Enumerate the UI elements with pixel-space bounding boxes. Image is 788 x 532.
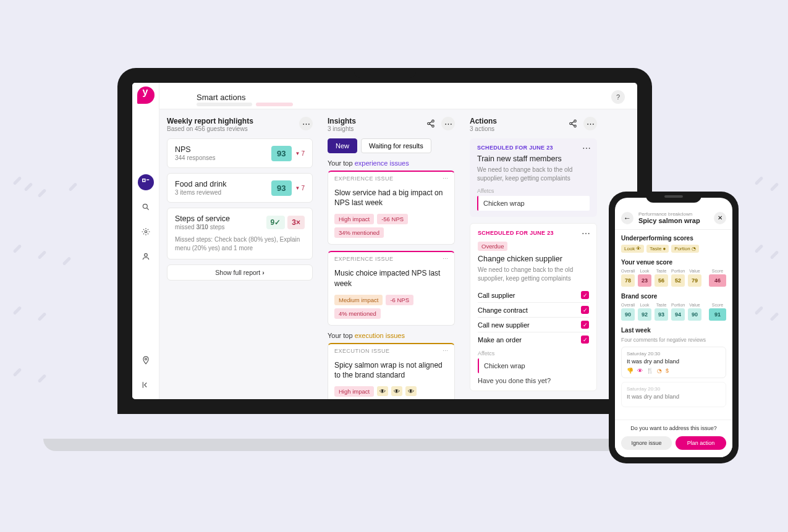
svg-point-4 (145, 358, 146, 360)
score-total: 91 (709, 308, 726, 321)
insights-column: Insights 3 insights ⋯ New (320, 109, 462, 399)
score-labels: OverallLookTastePortionValue Score (621, 303, 726, 307)
score-portion: 94 (671, 308, 685, 321)
brand-score-title: Brand score (621, 293, 726, 300)
svg-point-9 (570, 122, 572, 125)
more-icon[interactable]: ⋯ (582, 229, 590, 239)
pie-icon: ◔ (657, 368, 662, 374)
insights-title: Insights (328, 117, 356, 125)
action-card[interactable]: ⋯ SCHEDULED FOR JUNE 23 Overdue Change c… (470, 223, 597, 391)
insight-card[interactable]: EXECUTION ISSUE ⋯ Spicy salmon wrap is n… (328, 343, 455, 399)
score-value: 90 (688, 308, 701, 321)
more-button[interactable]: ⋯ (583, 117, 597, 130)
score-taste: 93 (655, 308, 668, 321)
food-card[interactable]: Food and drink 3 items reviewed 93 7 (167, 173, 313, 203)
svg-point-10 (574, 125, 577, 127)
help-button[interactable]: ? (611, 90, 625, 104)
review-time: Saturday 20:30 (627, 386, 721, 392)
nav-tasks[interactable] (138, 174, 154, 190)
laptop-frame: Smart actions ? Weekly report highlights (117, 68, 652, 433)
svg-point-1 (143, 204, 147, 208)
checkbox-icon[interactable]: ✓ (581, 306, 589, 314)
food-title: Food and drink (175, 180, 226, 188)
affects-value: Chicken wrap (478, 358, 589, 373)
actions-subtitle: 3 actions (470, 125, 497, 132)
food-delta: 7 (295, 185, 305, 192)
steps-title: Steps of service (175, 214, 230, 223)
back-button[interactable]: ← (621, 212, 633, 224)
nav-location[interactable] (138, 352, 154, 368)
action-title: Change chicken supplier (478, 255, 589, 263)
insight-text: Spicy salmon wrap is not aligned to the … (328, 358, 454, 386)
nps-chip: -6 NPS (386, 295, 413, 305)
last-week-sub: Four comments for negative reviews (621, 337, 726, 343)
score-overall: 90 (621, 308, 635, 321)
sidebar (132, 83, 159, 399)
food-sub: 3 items reviewed (175, 189, 226, 196)
nav-search[interactable] (138, 199, 154, 215)
show-full-report-button[interactable]: Show full report (167, 264, 313, 281)
score-overall: 78 (621, 274, 635, 287)
weekly-title: Weekly report highlights (167, 117, 253, 125)
nav-collapse[interactable] (138, 377, 154, 393)
action-checklist: Call supplier✓ Change contract✓ Call new… (478, 288, 589, 347)
action-desc: We need to change back to the old supopl… (478, 266, 589, 283)
close-button[interactable]: ✕ (714, 212, 726, 224)
more-icon[interactable]: ⋯ (582, 143, 591, 153)
nav-settings[interactable] (138, 224, 154, 240)
nps-card[interactable]: NPS 344 responses 93 7 (167, 138, 313, 168)
issue-type-label: EXECUTION ISSUE (334, 348, 390, 354)
more-icon[interactable]: ⋯ (443, 175, 449, 182)
plan-action-button[interactable]: Plan action (676, 436, 726, 450)
last-week-title: Last week (621, 327, 726, 334)
eye-icon: 👁 (637, 368, 643, 374)
app-logo (137, 87, 155, 104)
review-card[interactable]: Saturday 20:30 It was dry and bland 👎 👁 … (621, 347, 726, 378)
checkbox-icon[interactable]: ✓ (581, 336, 589, 344)
food-score: 93 (271, 180, 291, 196)
weekly-report-column: Weekly report highlights Based on 456 gu… (159, 109, 320, 399)
more-icon[interactable]: ⋯ (443, 348, 449, 354)
eye-icon: 👁 (391, 386, 402, 396)
score-look: 23 (638, 274, 651, 287)
nps-delta: 7 (295, 150, 305, 157)
share-icon[interactable] (566, 117, 580, 130)
insight-card[interactable]: EXPERIENCE ISSUE ⋯ Slow service had a bi… (328, 171, 455, 245)
steps-card[interactable]: Steps of service missed 3/10 steps 9✓ 3× (167, 208, 313, 260)
score-look: 92 (638, 308, 651, 321)
page-title: Smart actions (197, 93, 245, 102)
insight-card[interactable]: EXPERIENCE ISSUE ⋯ Music choice impacted… (328, 251, 455, 325)
share-icon[interactable] (424, 117, 438, 130)
tab-waiting[interactable]: Waiting for results (361, 138, 431, 153)
tab-new[interactable]: New (328, 138, 357, 153)
affects-value: Chicken wrap (477, 196, 590, 211)
footer-prompt: Do you want to address this issue? (621, 425, 726, 431)
nav-user[interactable] (138, 248, 154, 264)
svg-rect-0 (142, 179, 145, 182)
checkbox-icon[interactable]: ✓ (581, 321, 589, 329)
issue-type-label: EXPERIENCE ISSUE (334, 175, 394, 182)
review-card[interactable]: Saturday 20:30 It was dry and bland (621, 382, 726, 407)
scheduled-label: SCHEDULED FOR JUNE 23 (478, 230, 589, 236)
actions-title: Actions (470, 117, 497, 125)
more-icon[interactable]: ⋯ (443, 256, 449, 262)
action-card[interactable]: ⋯ SCHEDULED FOR JUNE 23 Train new staff … (470, 138, 597, 217)
more-button[interactable]: ⋯ (299, 117, 313, 130)
underperforming-title: Underperforming scores (621, 235, 726, 242)
nps-title: NPS (175, 145, 216, 154)
more-button[interactable]: ⋯ (441, 117, 455, 130)
ignore-button[interactable]: Ignore issue (621, 436, 672, 450)
nps-sub: 344 responses (175, 154, 216, 161)
eye-icon: 👁 (405, 386, 417, 396)
svg-point-3 (144, 253, 147, 256)
score-value: 79 (688, 274, 701, 287)
steps-ok-badge: 9✓ (266, 216, 286, 229)
impact-chip: High impact (334, 386, 374, 397)
affects-label: Affetcs (477, 188, 590, 194)
action-desc: We need to change back to the old supopl… (477, 166, 590, 183)
actions-column: Actions 3 actions ⋯ ⋯ (462, 109, 604, 399)
utensils-icon: 🍴 (646, 368, 653, 374)
score-total: 46 (709, 274, 726, 287)
checkbox-icon[interactable]: ✓ (581, 291, 589, 299)
weekly-subtitle: Based on 456 guests reviews (167, 125, 253, 132)
